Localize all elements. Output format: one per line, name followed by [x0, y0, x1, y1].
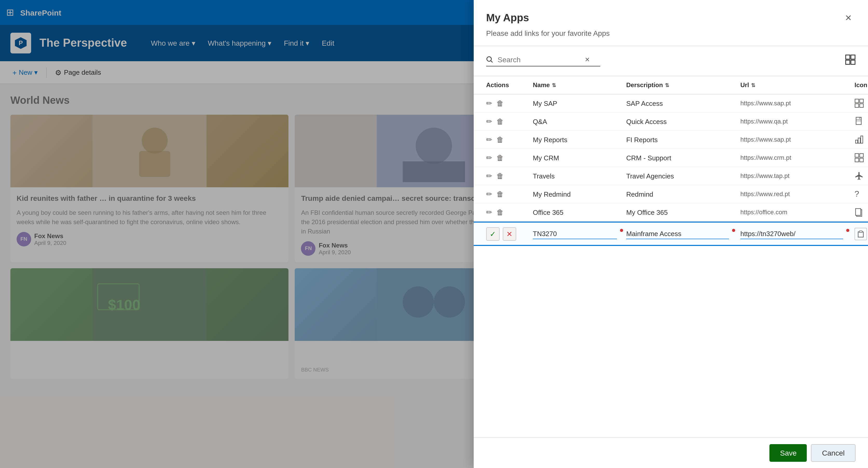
delete-icon[interactable]: 🗑 — [497, 190, 504, 198]
required-indicator — [620, 228, 623, 232]
panel-title: My Apps — [486, 12, 529, 24]
delete-icon[interactable]: 🗑 — [497, 117, 504, 126]
search-icon — [486, 56, 493, 63]
col-icon[interactable]: Icon ⇅ — [855, 82, 868, 89]
app-name-cell: Travels — [533, 172, 626, 180]
svg-rect-26 — [846, 60, 850, 64]
delete-icon[interactable]: 🗑 — [497, 154, 504, 162]
svg-rect-35 — [856, 140, 858, 143]
app-icon-cell — [855, 171, 868, 181]
sort-name-icon: ⇅ — [552, 82, 556, 88]
table-row: ✏ 🗑 Q&A Quick Access https://www.qa.pt — [474, 113, 868, 131]
close-button[interactable]: ✕ — [841, 10, 856, 25]
col-actions: Actions — [486, 82, 533, 89]
row-actions: ✏ 🗑 — [486, 135, 533, 144]
app-desc-cell: My Office 365 — [626, 208, 740, 216]
row-actions: ✏ 🗑 — [486, 117, 533, 126]
discard-button[interactable]: ✕ — [503, 227, 516, 241]
svg-rect-24 — [846, 55, 850, 59]
app-name-cell: Q&A — [533, 118, 626, 125]
delete-icon[interactable]: 🗑 — [497, 172, 504, 180]
myapps-panel: My Apps ✕ Please add links for your favo… — [474, 0, 868, 468]
delete-icon[interactable]: 🗑 — [497, 135, 504, 144]
grid-view-icon[interactable] — [845, 55, 856, 67]
grid2-icon — [855, 153, 864, 162]
table-row: ✏ 🗑 My SAP SAP Access https://www.sap.pt — [474, 94, 868, 113]
svg-line-23 — [491, 61, 492, 62]
col-url[interactable]: Url ⇅ — [740, 82, 855, 89]
edit-row-actions: ✓ ✕ — [486, 227, 533, 241]
chart-icon — [855, 135, 864, 144]
col-name[interactable]: Name ⇅ — [533, 82, 626, 89]
row-actions: ✏ 🗑 — [486, 154, 533, 162]
plane-icon — [855, 171, 864, 181]
url-edit-cell — [740, 228, 855, 239]
edit-icon[interactable]: ✏ — [486, 208, 492, 216]
name-edit-input[interactable] — [533, 228, 617, 239]
app-name-cell: My SAP — [533, 99, 626, 107]
edit-icon[interactable]: ✏ — [486, 117, 492, 126]
table-header: Actions Name ⇅ Derscription ⇅ Url ⇅ Icon… — [474, 76, 868, 94]
grid-icon — [855, 99, 864, 108]
app-desc-cell: CRM - Support — [626, 154, 740, 162]
required-indicator — [846, 228, 849, 232]
table-row: ✏ 🗑 My CRM CRM - Support https://www.crm… — [474, 149, 868, 167]
col-description[interactable]: Derscription ⇅ — [626, 82, 740, 89]
row-actions: ✏ 🗑 — [486, 172, 533, 180]
panel-search-input[interactable] — [498, 56, 581, 64]
svg-rect-31 — [860, 104, 863, 107]
svg-rect-30 — [855, 104, 859, 107]
copy-icon — [855, 208, 864, 217]
row-actions: ✏ 🗑 — [486, 208, 533, 216]
confirm-button[interactable]: ✓ — [486, 227, 500, 241]
svg-point-22 — [487, 57, 492, 61]
delete-icon[interactable]: 🗑 — [497, 208, 504, 216]
app-url-cell: https://www.tap.pt — [740, 172, 855, 180]
editing-row: ✓ ✕ sele — [474, 222, 868, 246]
row-actions: ✏ 🗑 — [486, 99, 533, 107]
app-icon-cell — [855, 153, 868, 162]
edit-icon[interactable]: ✏ — [486, 99, 492, 107]
search-row: ✕ — [474, 46, 868, 76]
app-icon-cell — [855, 117, 868, 126]
app-name-cell: Office 365 — [533, 208, 626, 216]
required-indicator — [732, 228, 736, 232]
sort-desc-icon: ⇅ — [665, 82, 669, 88]
app-url-cell: https://www.crm.pt — [740, 154, 855, 161]
url-edit-input[interactable] — [740, 228, 843, 239]
svg-rect-36 — [858, 138, 860, 143]
cancel-button[interactable]: Cancel — [811, 444, 856, 462]
svg-rect-39 — [860, 154, 863, 157]
edit-icon[interactable]: ✏ — [486, 154, 492, 162]
panel-subtitle: Please add links for your favorite Apps — [486, 29, 856, 37]
app-name-cell: My Reports — [533, 136, 626, 144]
edit-icon[interactable]: ✏ — [486, 190, 492, 198]
app-url-cell: https://www.red.pt — [740, 190, 855, 198]
desc-edit-cell — [626, 228, 740, 239]
edit-icon[interactable]: ✏ — [486, 172, 492, 180]
save-button[interactable]: Save — [770, 444, 807, 462]
file-icon — [855, 117, 864, 126]
app-desc-cell: SAP Access — [626, 99, 740, 107]
app-name-cell: My CRM — [533, 154, 626, 162]
table-row: ✏ 🗑 My Redmind Redmind https://www.red.p… — [474, 185, 868, 204]
app-desc-cell: FI Reports — [626, 136, 740, 144]
svg-rect-45 — [859, 230, 862, 232]
app-url-cell: https://www.qa.pt — [740, 118, 855, 125]
clear-search-icon[interactable]: ✕ — [585, 56, 590, 63]
svg-rect-29 — [860, 99, 863, 103]
table-row: ✏ 🗑 Office 365 My Office 365 https://off… — [474, 204, 868, 222]
edit-icon[interactable]: ✏ — [486, 135, 492, 144]
panel-footer: Save Cancel — [474, 437, 868, 468]
svg-rect-41 — [860, 158, 863, 162]
panel-header: My Apps ✕ Please add links for your favo… — [474, 0, 868, 46]
table-row: ✏ 🗑 My Reports FI Reports https://www.sa… — [474, 131, 868, 149]
desc-edit-input[interactable] — [626, 228, 729, 239]
app-desc-cell: Redmind — [626, 190, 740, 198]
app-icon-cell — [855, 135, 868, 144]
svg-rect-28 — [855, 99, 859, 103]
app-icon-cell — [855, 208, 868, 217]
delete-icon[interactable]: 🗑 — [497, 99, 504, 107]
svg-rect-43 — [856, 209, 861, 215]
app-desc-cell: Travel Agencies — [626, 172, 740, 180]
